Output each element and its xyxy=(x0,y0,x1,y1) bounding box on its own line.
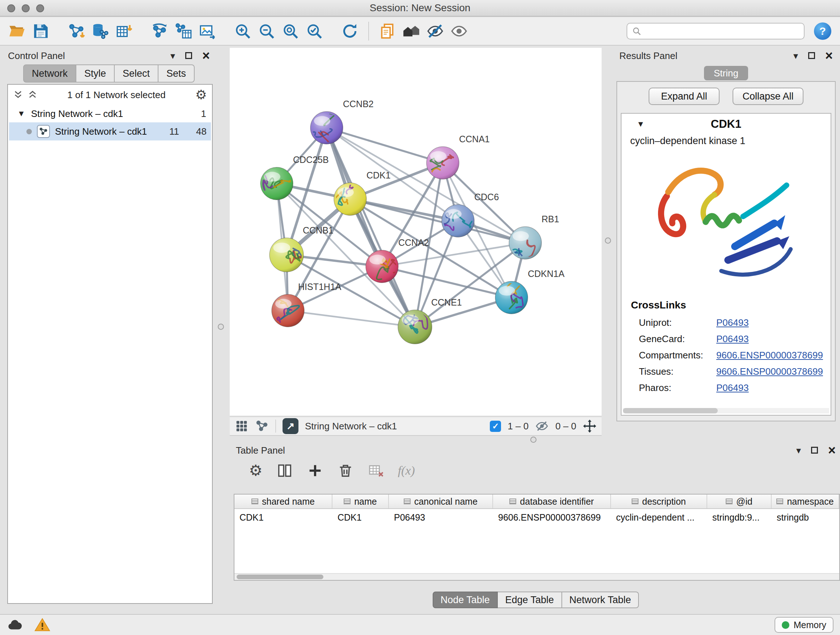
cell-description[interactable]: cyclin-dependent ... xyxy=(611,512,707,523)
column-header-name[interactable]: name xyxy=(332,494,389,508)
cell-shared-name[interactable]: CDK1 xyxy=(234,512,332,523)
network-canvas[interactable]: CCNB2CCNA1CDC25BCDK1CDC6RB1CCNB1CCNA2CDK… xyxy=(230,48,602,416)
network-edge[interactable] xyxy=(327,128,443,163)
panel-float-icon[interactable] xyxy=(808,52,815,59)
panel-close-icon[interactable]: × xyxy=(825,51,833,61)
triangle-down-icon[interactable]: ▼ xyxy=(17,110,25,118)
panel-close-icon[interactable]: × xyxy=(202,51,210,61)
copy-document-button[interactable] xyxy=(376,20,399,42)
table-settings-gear-icon[interactable]: ⚙ xyxy=(249,463,263,478)
home-view-button[interactable] xyxy=(400,20,423,42)
zoom-out-button[interactable] xyxy=(256,20,278,42)
zoom-out-icon xyxy=(257,22,276,40)
memory-button[interactable]: Memory xyxy=(775,617,834,633)
search-input[interactable] xyxy=(645,26,799,37)
tab-node-table[interactable]: Node Table xyxy=(433,592,498,608)
open-session-button[interactable] xyxy=(6,20,28,42)
grid-view-button[interactable] xyxy=(235,419,248,433)
table-horizontal-scrollbar[interactable] xyxy=(234,573,839,580)
zoom-in-button[interactable] xyxy=(232,20,254,42)
expand-all-tree-icon[interactable] xyxy=(13,90,23,100)
cell-namespace[interactable]: stringdb xyxy=(772,512,839,523)
fit-selected-button[interactable] xyxy=(583,419,597,433)
gear-icon[interactable]: ⚙ xyxy=(195,88,207,101)
panel-close-icon[interactable]: × xyxy=(828,445,836,456)
network-row-selected[interactable]: String Network – cdk1 11 48 xyxy=(9,122,211,141)
warnings-button[interactable] xyxy=(34,616,51,633)
cell-database-identifier[interactable]: 9606.ENSP00000378699 xyxy=(493,512,611,523)
export-image-button[interactable] xyxy=(196,20,218,42)
panel-float-icon[interactable] xyxy=(811,447,818,454)
tab-network[interactable]: Network xyxy=(23,65,76,82)
table-row[interactable]: CDK1 CDK1 P06493 9606.ENSP00000378699 cy… xyxy=(234,509,839,526)
panel-collapse-icon[interactable]: ▾ xyxy=(796,446,801,455)
delete-column-trash-icon[interactable] xyxy=(337,462,354,479)
import-network-database-button[interactable] xyxy=(89,20,111,42)
window-minimize-button[interactable] xyxy=(22,4,30,12)
help-button[interactable]: ? xyxy=(814,22,831,40)
import-table-button[interactable] xyxy=(113,20,135,42)
network-node-rb1[interactable]: RB1 xyxy=(509,214,559,262)
column-header-shared-name[interactable]: shared name xyxy=(234,494,332,508)
tab-edge-table[interactable]: Edge Table xyxy=(498,592,562,608)
panel-collapse-icon[interactable]: ▾ xyxy=(793,51,798,60)
tab-sets[interactable]: Sets xyxy=(158,65,195,82)
cloud-status-button[interactable] xyxy=(6,616,23,633)
selected-checkbox-icon[interactable]: ✓ xyxy=(490,421,501,432)
splitter-handle[interactable] xyxy=(218,324,224,330)
pharos-link[interactable]: P06493 xyxy=(716,382,749,394)
splitter-handle[interactable] xyxy=(531,437,537,443)
network-node-cdk1[interactable]: CDK1 xyxy=(330,170,391,215)
import-network-file-button[interactable] xyxy=(65,20,88,42)
network-node-hist1h1a[interactable]: HIST1H1A xyxy=(272,282,341,327)
panel-float-icon[interactable] xyxy=(185,52,192,59)
network-graph[interactable]: CCNB2CCNA1CDC25BCDK1CDC6RB1CCNB1CCNA2CDK… xyxy=(230,48,602,416)
tab-select[interactable]: Select xyxy=(115,65,158,82)
compartments-link[interactable]: 9606.ENSP00000378699 xyxy=(716,350,823,361)
network-collection-row[interactable]: ▼ String Network – cdk1 1 xyxy=(8,105,212,122)
show-all-button[interactable] xyxy=(448,20,470,42)
column-header-canonical-name[interactable]: canonical name xyxy=(389,494,493,508)
cell-canonical-name[interactable]: P06493 xyxy=(389,512,493,523)
hidden-items-icon[interactable] xyxy=(535,419,549,433)
window-close-button[interactable] xyxy=(7,4,15,12)
collapse-all-button[interactable]: Collapse All xyxy=(733,88,804,105)
network-overview-button[interactable] xyxy=(255,419,269,433)
cell-name[interactable]: CDK1 xyxy=(332,512,389,523)
zoom-selected-button[interactable] xyxy=(303,20,325,42)
tissues-link[interactable]: 9606.ENSP00000378699 xyxy=(716,366,823,377)
expand-all-button[interactable]: Expand All xyxy=(649,88,720,105)
cell-id[interactable]: stringdb:9... xyxy=(707,512,772,523)
network-node-ccne1[interactable]: CCNE1 xyxy=(398,297,462,344)
column-header-namespace[interactable]: namespace xyxy=(772,494,839,508)
show-columns-icon[interactable] xyxy=(276,462,293,479)
column-header-database-identifier[interactable]: database identifier xyxy=(493,494,611,508)
panel-collapse-icon[interactable]: ▾ xyxy=(171,51,175,60)
tab-style[interactable]: Style xyxy=(76,65,115,82)
add-column-icon[interactable] xyxy=(307,462,324,479)
refresh-view-button[interactable] xyxy=(339,20,361,42)
cloud-icon xyxy=(6,616,23,633)
horizontal-scrollbar[interactable] xyxy=(623,408,829,413)
network-node-cdkn1a[interactable]: CDKN1A xyxy=(495,269,565,314)
network-edge[interactable] xyxy=(288,310,415,327)
network-edge[interactable] xyxy=(327,128,415,327)
network-node-ccna1[interactable]: CCNA1 xyxy=(422,134,490,179)
memory-status-dot-icon xyxy=(782,621,789,629)
uniprot-link[interactable]: P06493 xyxy=(716,317,749,328)
string-results-tab[interactable]: String xyxy=(704,66,748,80)
detach-view-button[interactable]: ↗ xyxy=(283,418,298,434)
save-session-button[interactable] xyxy=(30,20,52,42)
splitter-handle[interactable] xyxy=(605,238,611,244)
tab-network-table[interactable]: Network Table xyxy=(562,592,639,608)
new-table-button[interactable] xyxy=(172,20,195,42)
window-maximize-button[interactable] xyxy=(36,4,44,12)
column-header-id[interactable]: @id xyxy=(707,494,772,508)
hide-selected-button[interactable] xyxy=(424,20,447,42)
column-header-description[interactable]: description xyxy=(611,494,707,508)
zoom-fit-button[interactable] xyxy=(279,20,302,42)
collapse-all-tree-icon[interactable] xyxy=(27,90,38,100)
genecard-link[interactable]: P06493 xyxy=(716,333,749,345)
triangle-down-icon[interactable]: ▼ xyxy=(637,120,645,128)
network-from-selection-button[interactable] xyxy=(148,20,171,42)
